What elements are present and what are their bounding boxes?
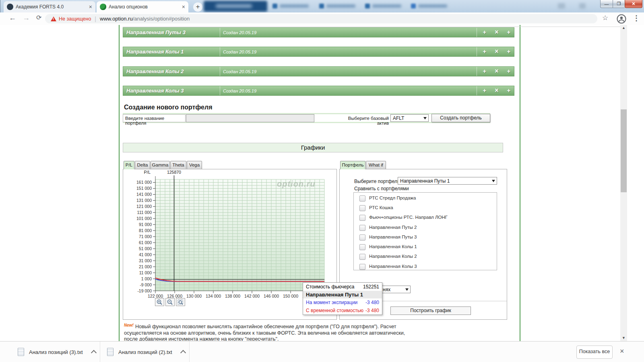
add-position-icon[interactable]: +: [480, 87, 489, 94]
svg-text:-9 000: -9 000: [140, 282, 152, 287]
zoom-in-button[interactable]: [155, 298, 164, 306]
portfolio-name-input[interactable]: [186, 114, 314, 122]
address-bar[interactable]: Не защищено | www.option.ru/analysis/opt…: [45, 14, 597, 23]
delete-portfolio-icon[interactable]: ×: [492, 29, 502, 36]
text-file-icon: [107, 348, 114, 356]
profile-avatar-icon[interactable]: [617, 14, 626, 26]
url-host[interactable]: www.option.ru: [100, 16, 133, 22]
scrollbar-up-icon[interactable]: ▲: [620, 25, 627, 31]
build-chart-button[interactable]: Построить график: [390, 306, 471, 315]
browser-tab-options-analysis[interactable]: Анализ опционов ×: [97, 1, 188, 12]
expiration-label: На момент экспирации: [306, 300, 357, 305]
new-tab-button[interactable]: +: [193, 2, 202, 12]
add-position-icon[interactable]: +: [480, 29, 489, 35]
browser-tab-academy[interactable]: Академия FORTS 4.0 ×: [4, 1, 95, 12]
compare-option-label: Направленная Путы 3: [369, 234, 417, 239]
portfolio-name: Направленная Колы 1: [126, 49, 184, 55]
text-file-icon: [18, 348, 24, 356]
bar-divider: [477, 28, 477, 37]
bookmark-star-icon[interactable]: ☆: [602, 14, 608, 22]
futures-price-label: Стоимость фьючерса: [306, 284, 355, 290]
not-secure-warning-icon[interactable]: [51, 16, 56, 21]
list-item[interactable]: Направленная Колы 2: [354, 252, 497, 262]
tab-what-if[interactable]: What if: [366, 161, 386, 169]
forward-icon[interactable]: →: [23, 14, 30, 22]
delete-portfolio-icon[interactable]: ×: [492, 68, 502, 75]
futures-price-value: 152251: [363, 284, 379, 290]
x-axis-units-value: нях: [383, 287, 390, 292]
not-secure-label[interactable]: Не защищено: [59, 16, 91, 22]
window-minimize-button[interactable]: —: [600, 0, 613, 8]
svg-text:51 000: 51 000: [139, 246, 152, 251]
list-item[interactable]: Направленная Путы 2: [354, 223, 497, 233]
window-restore-button[interactable]: ❐: [613, 0, 625, 8]
compare-option-label: Направленная Колы 1: [369, 244, 417, 249]
portfolio-bar[interactable]: Направленная Колы 2 Создан 20.05.19 + × …: [123, 66, 514, 76]
download-item[interactable]: Анализ позиций (2).txt: [107, 344, 185, 360]
delete-portfolio-icon[interactable]: ×: [492, 48, 502, 55]
page-right-border: [520, 25, 520, 341]
shelf-close-icon[interactable]: ×: [620, 347, 624, 356]
checkbox[interactable]: [359, 234, 365, 241]
expand-portfolio-icon[interactable]: +: [504, 29, 514, 35]
checkbox[interactable]: [359, 244, 365, 250]
expand-portfolio-icon[interactable]: +: [504, 87, 514, 94]
base-asset-value: AFLT: [393, 115, 404, 121]
download-filename: Анализ позиций (3).txt: [29, 349, 83, 355]
checkbox[interactable]: [359, 195, 365, 202]
create-portfolio-button[interactable]: Создать портфель: [431, 114, 490, 122]
tab-delta[interactable]: Delta: [135, 161, 150, 169]
checkbox[interactable]: [359, 264, 365, 270]
delete-portfolio-icon[interactable]: ×: [492, 87, 502, 94]
scrollbar-thumb[interactable]: [621, 109, 627, 192]
zoom-out-button[interactable]: [165, 298, 175, 306]
add-position-icon[interactable]: +: [480, 68, 489, 74]
tab-pl[interactable]: P/L: [124, 161, 134, 169]
checkbox[interactable]: [359, 254, 365, 260]
tab-close-icon[interactable]: ×: [182, 4, 185, 10]
checkbox[interactable]: [359, 205, 365, 211]
chevron-down-icon: [492, 180, 495, 182]
portfolio-bar[interactable]: Направленная Колы 1 Создан 20.05.19 + × …: [123, 47, 514, 57]
add-position-icon[interactable]: +: [480, 48, 489, 55]
svg-text:161 000: 161 000: [136, 180, 152, 185]
page-scrollbar[interactable]: ▲ ▼: [620, 25, 627, 341]
zoom-selection-button[interactable]: [176, 298, 185, 306]
svg-text:81 000: 81 000: [139, 228, 152, 233]
list-item[interactable]: РТС Кошка: [354, 204, 497, 213]
reload-icon[interactable]: ⟳: [36, 14, 41, 21]
list-item[interactable]: Направленная Колы 1: [354, 243, 497, 252]
portfolio-bar[interactable]: Направленная Путы 3 Создан 20.05.19 + × …: [123, 27, 514, 37]
base-asset-select[interactable]: AFLT: [390, 114, 429, 122]
portfolio-select[interactable]: Направленная Путы 1: [398, 177, 497, 185]
download-item[interactable]: Анализ позиций (3).txt: [18, 344, 96, 360]
list-item[interactable]: Направленная Колы 3: [354, 262, 497, 272]
show-all-downloads-button[interactable]: Показать все: [576, 346, 613, 359]
charts-section-title: Графики: [123, 143, 503, 152]
background-tab-favicon-blur: [365, 4, 370, 8]
expand-portfolio-icon[interactable]: +: [504, 48, 514, 55]
list-item[interactable]: РТС Стредл Продажа: [354, 194, 497, 204]
tab-gamma[interactable]: Gamma: [151, 161, 170, 169]
svg-text:138 000: 138 000: [225, 294, 240, 298]
chevron-up-icon[interactable]: [180, 350, 186, 356]
list-item[interactable]: Направленная Путы 3: [354, 233, 497, 243]
checkbox[interactable]: [359, 225, 365, 231]
window-close-button[interactable]: ✕: [625, 0, 642, 8]
expand-portfolio-icon[interactable]: +: [504, 68, 514, 74]
tab-vega[interactable]: Vega: [187, 161, 202, 169]
menu-dots-icon[interactable]: ⋮: [633, 14, 640, 23]
portfolio-bar[interactable]: Направленная Колы 3 Создан 20.05.19 + × …: [123, 86, 514, 96]
checkbox[interactable]: [359, 215, 365, 221]
chevron-down-icon: [423, 117, 427, 119]
compare-portfolios-listbox: РТС Стредл Продажа РТС Кошка Фьюч+опцион…: [353, 192, 497, 270]
tab-theta[interactable]: Theta: [170, 161, 186, 169]
tab-portfolio[interactable]: Портфель: [340, 161, 365, 169]
back-icon[interactable]: ←: [9, 14, 16, 22]
scrollbar-down-icon[interactable]: ▼: [620, 335, 627, 341]
chevron-up-icon[interactable]: [91, 350, 97, 356]
tab-close-icon[interactable]: ×: [89, 4, 92, 10]
portfolio-created: Создан 20.05.19: [223, 88, 256, 93]
list-item[interactable]: Фьюч+опционы РТС. Направл ЛОНГ: [354, 213, 497, 223]
url-path[interactable]: /analysis/option#position: [133, 16, 190, 22]
